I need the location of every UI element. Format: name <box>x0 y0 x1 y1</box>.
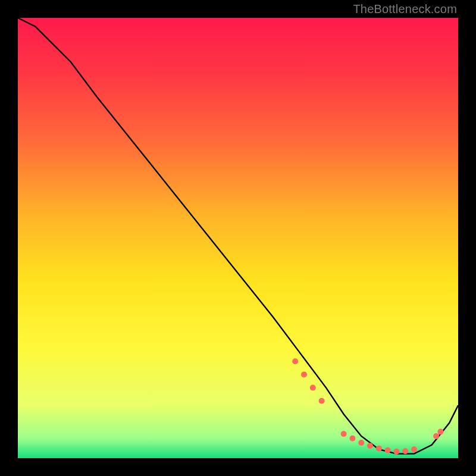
marker-point <box>433 433 439 439</box>
marker-point <box>349 436 355 441</box>
marker-point <box>411 446 417 452</box>
marker-point <box>393 449 399 455</box>
chart-svg <box>18 18 458 458</box>
marker-point <box>367 443 373 449</box>
marker-point <box>385 447 391 453</box>
marker-point <box>358 440 364 446</box>
marker-point <box>341 431 347 437</box>
chart-frame <box>18 18 458 458</box>
marker-point <box>376 446 382 452</box>
marker-point <box>310 385 316 391</box>
marker-point <box>437 429 443 435</box>
marker-point <box>402 448 408 454</box>
chart-background <box>18 18 458 458</box>
watermark: TheBottleneck.com <box>353 2 457 16</box>
marker-point <box>301 371 307 377</box>
marker-point <box>319 398 325 404</box>
marker-point <box>292 358 298 364</box>
